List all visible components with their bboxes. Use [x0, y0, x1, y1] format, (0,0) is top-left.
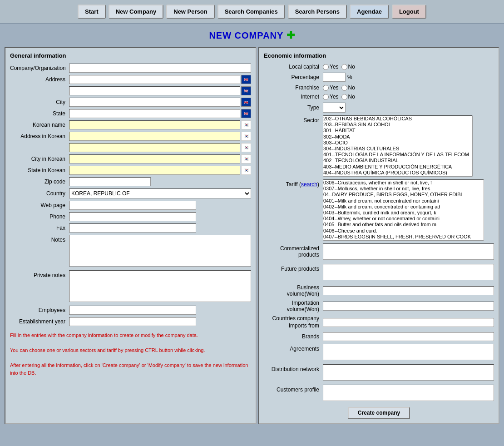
- address-korean-input-2[interactable]: [69, 143, 240, 152]
- kr-flag-btn-addr2[interactable]: 🇰🇷: [241, 143, 251, 152]
- customers-wrapper: [323, 385, 494, 402]
- countries-imports-row: Countries company imports from: [264, 315, 494, 329]
- percentage-label: Percentage: [264, 74, 323, 80]
- future-textarea[interactable]: [323, 264, 494, 280]
- countries-imports-input[interactable]: [323, 318, 494, 327]
- local-capital-no-label: No: [341, 64, 355, 70]
- sector-row: Sector 202--OTRAS BEBIDAS ALCOHÓLICAS203…: [264, 115, 494, 177]
- uk-flag-btn-state[interactable]: 🇬🇧: [241, 109, 251, 118]
- customers-textarea[interactable]: [323, 385, 494, 401]
- webpage-input[interactable]: [69, 201, 196, 210]
- importation-volume-row: Importation volume(Won): [264, 300, 494, 312]
- page-title: NEW COMPANY ✚: [0, 24, 504, 47]
- agreements-textarea[interactable]: [323, 344, 494, 360]
- establishment-row: Establishment year: [10, 317, 251, 326]
- new-person-button[interactable]: New Person: [166, 5, 214, 19]
- phone-input[interactable]: [69, 212, 196, 221]
- tariff-row: Tariff (search) 0306--Crustaceans, wheth…: [264, 179, 494, 241]
- notes-row: Notes: [10, 235, 251, 268]
- uk-flag-btn-2[interactable]: 🇬🇧: [241, 86, 251, 95]
- tariff-listbox[interactable]: 0306--Crustaceans, whether in shell or n…: [323, 179, 484, 241]
- tariff-search-link[interactable]: search: [301, 181, 317, 188]
- tariff-label: Tariff (search): [264, 179, 323, 188]
- webpage-label: Web page: [10, 202, 69, 208]
- state-korean-label: State in Korean: [10, 167, 69, 173]
- private-notes-textarea[interactable]: [69, 270, 251, 302]
- future-wrapper: [323, 264, 494, 282]
- fax-input[interactable]: [69, 223, 196, 233]
- zip-input[interactable]: [69, 177, 151, 186]
- kr-flag-btn-name[interactable]: 🇰🇷: [241, 120, 251, 129]
- country-label: Country: [10, 190, 69, 197]
- state-korean-input[interactable]: [69, 166, 240, 175]
- address-input-2[interactable]: [69, 86, 240, 95]
- start-button[interactable]: Start: [78, 5, 106, 19]
- future-row: Future products: [264, 264, 494, 282]
- instruction-1: Fill in the entries with the company inf…: [10, 332, 251, 339]
- city-korean-input[interactable]: [69, 154, 240, 164]
- sector-listbox[interactable]: 202--OTRAS BEBIDAS ALCOHÓLICAS203--BEBID…: [323, 115, 473, 177]
- countries-imports-label: Countries company imports from: [264, 315, 323, 329]
- zip-row: Zip code: [10, 177, 251, 186]
- notes-textarea[interactable]: [69, 235, 251, 267]
- new-company-button[interactable]: New Company: [109, 5, 164, 19]
- instruction-3: After entering all the information, clic…: [10, 362, 251, 377]
- state-label: State: [10, 110, 69, 117]
- search-companies-button[interactable]: Search Companies: [217, 5, 285, 19]
- commercialized-textarea[interactable]: [323, 243, 494, 260]
- type-select[interactable]: [323, 103, 346, 113]
- brands-input[interactable]: [323, 332, 494, 341]
- internet-label: Internet: [264, 94, 323, 100]
- city-korean-row: City in Korean 🇰🇷: [10, 154, 251, 164]
- distribution-textarea[interactable]: [323, 364, 494, 381]
- importation-volume-input[interactable]: [323, 302, 494, 311]
- city-input[interactable]: [69, 98, 240, 107]
- franchise-yes-radio[interactable]: [323, 85, 329, 91]
- establishment-input[interactable]: [69, 317, 196, 326]
- agendae-button[interactable]: Agendae: [350, 5, 389, 19]
- fax-row: Fax: [10, 223, 251, 233]
- importation-volume-label: Importation volume(Won): [264, 300, 323, 312]
- local-capital-radio-group: Yes No: [323, 64, 355, 70]
- country-row: Country KOREA, REPUBLIC OF: [10, 188, 251, 198]
- commercialized-wrapper: [323, 243, 494, 261]
- employees-input[interactable]: [69, 306, 196, 315]
- logout-button[interactable]: Logout: [392, 5, 426, 19]
- internet-yes-radio[interactable]: [323, 94, 329, 100]
- general-info-title: General information: [10, 52, 251, 59]
- kr-flag-btn-addr1[interactable]: 🇰🇷: [241, 132, 251, 141]
- local-capital-yes-label: Yes: [323, 64, 339, 70]
- local-capital-yes-radio[interactable]: [323, 64, 329, 70]
- uk-flag-btn-city[interactable]: 🇬🇧: [241, 98, 251, 107]
- business-volume-row: Business volume(Won): [264, 284, 494, 297]
- private-notes-row: Private notes: [10, 270, 251, 303]
- kr-flag-btn-state[interactable]: 🇰🇷: [241, 166, 251, 175]
- address-input-1[interactable]: [69, 75, 240, 84]
- uk-flag-btn-1[interactable]: 🇬🇧: [241, 75, 251, 84]
- agreements-label: Agreements: [264, 344, 323, 352]
- state-input[interactable]: [69, 109, 240, 118]
- commercialized-row: Commercialized products: [264, 243, 494, 261]
- franchise-label: Franchise: [264, 84, 323, 91]
- local-capital-no-radio[interactable]: [341, 64, 347, 70]
- franchise-no-label: No: [341, 84, 355, 91]
- general-info-panel: General information Company/Organization…: [5, 47, 257, 424]
- business-volume-input[interactable]: [323, 286, 494, 295]
- create-company-button[interactable]: Create company: [348, 407, 410, 419]
- country-select[interactable]: KOREA, REPUBLIC OF: [69, 188, 251, 198]
- address-label: Address: [10, 76, 69, 83]
- instruction-2: You can choose one or various sectors an…: [10, 347, 251, 354]
- distribution-row: Distribution network: [264, 364, 494, 382]
- percentage-input[interactable]: [323, 73, 346, 82]
- agreements-wrapper: [323, 344, 494, 362]
- company-input[interactable]: [69, 64, 251, 73]
- type-label: Type: [264, 104, 323, 111]
- korean-name-input[interactable]: [69, 120, 240, 129]
- internet-no-radio[interactable]: [341, 94, 347, 100]
- franchise-no-radio[interactable]: [341, 85, 347, 91]
- address-korean-input-1[interactable]: [69, 132, 240, 141]
- city-row: City 🇬🇧: [10, 98, 251, 107]
- business-volume-label: Business volume(Won): [264, 284, 323, 297]
- kr-flag-btn-city[interactable]: 🇰🇷: [241, 154, 251, 164]
- search-persons-button[interactable]: Search Persons: [288, 5, 347, 19]
